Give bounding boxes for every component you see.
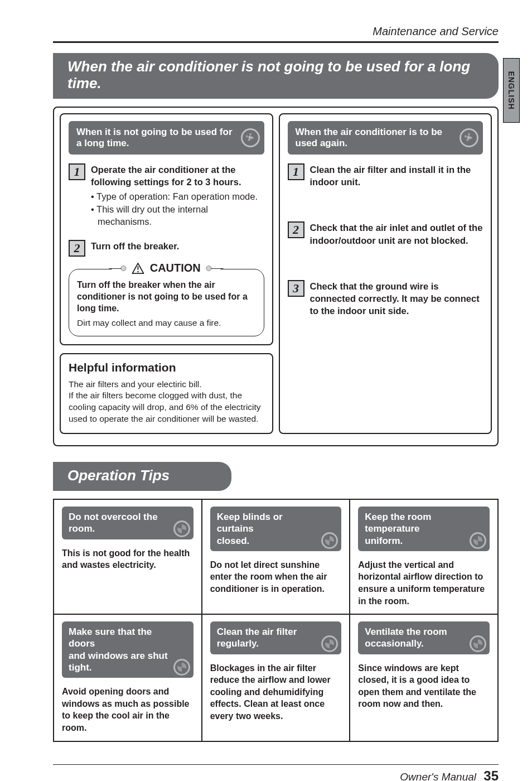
tip-head-text: Keep blinds or curtains closed.: [217, 511, 318, 547]
language-tab: ENGLISH: [503, 58, 520, 123]
step-number: 2: [69, 240, 85, 257]
tip-body-uniform: Adjust the vertical and horizontal airfl…: [358, 559, 490, 607]
caution-note: Dirt may collect and may cause a fire.: [77, 318, 256, 328]
fan-icon: [470, 635, 486, 652]
tip-body-overcool: This is not good for the health and wast…: [62, 547, 194, 571]
footer: Owner's Manual 35: [53, 768, 499, 781]
r-step-2-title: Check that the air inlet and outlet of t…: [310, 221, 483, 247]
fan-icon: [460, 128, 478, 147]
language-tab-label: ENGLISH: [507, 71, 516, 109]
r-step-3: 3 Check that the ground wire is connecte…: [288, 280, 483, 317]
section-title-operation-tips: Operation Tips: [53, 462, 231, 491]
operation-tips-table: Do not overcool the room. This is not go…: [53, 499, 499, 742]
fan-icon: [241, 128, 260, 147]
tip-head-doors: Make sure that the doors and windows are…: [62, 621, 194, 678]
section-header: Maintenance and Service: [53, 25, 499, 38]
warning-triangle-icon: [132, 263, 144, 274]
used-again-heading: When the air conditioner is to be used a…: [288, 121, 483, 155]
tip-body-blinds: Do not let direct sunshine enter the roo…: [210, 559, 342, 595]
ornament-dot: [206, 266, 212, 271]
helpful-body: The air filters and your electiric bill.…: [69, 379, 264, 426]
not-used-heading: When it is not going to be used for a lo…: [69, 121, 264, 155]
caution-label: CAUTION: [112, 262, 221, 274]
tip-head-text: Make sure that the doors and windows are…: [69, 626, 170, 673]
tip-body-filter: Blockages in the air filter reduce the a…: [210, 662, 342, 722]
svg-point-1: [137, 271, 139, 272]
r-step-3-title: Check that the ground wire is connected …: [310, 280, 483, 317]
caution-bold: Turn off the breaker when the air condit…: [77, 279, 256, 314]
tip-head-text: Do not overcool the room.: [69, 511, 170, 535]
tip-head-text: Keep the room temperature uniform.: [365, 511, 466, 547]
r-step-1-title: Clean the air filter and install it in t…: [310, 163, 483, 189]
fan-icon: [321, 635, 338, 652]
step-number: 1: [288, 163, 304, 180]
tip-head-text: Ventilate the room occasionally.: [365, 626, 447, 650]
fan-icon: [470, 532, 486, 549]
tip-head-uniform: Keep the room temperature uniform.: [358, 507, 490, 551]
tip-head-overcool: Do not overcool the room.: [62, 507, 194, 539]
step-number: 3: [288, 280, 304, 297]
step-number: 2: [288, 221, 304, 238]
footer-rule: [53, 764, 499, 765]
not-used-box: When it is not going to be used for a lo…: [60, 113, 273, 345]
header-rule: [53, 41, 499, 43]
step-1-title: Operate the air conditioner at the follo…: [91, 163, 264, 189]
long-time-box: When it is not going to be used for a lo…: [53, 107, 499, 446]
section-title-long-time: When the air conditioner is not going to…: [53, 53, 499, 99]
tip-head-text: Clean the air filter regularly.: [217, 626, 318, 650]
footer-page-number: 35: [483, 768, 499, 781]
not-used-heading-text: When it is not going to be used for a lo…: [76, 127, 233, 148]
step-1-bullet-2: This will dry out the internal mechanism…: [91, 203, 264, 228]
used-again-heading-text: When the air conditioner is to be used a…: [296, 127, 443, 148]
r-step-1: 1 Clean the air filter and install it in…: [288, 163, 483, 189]
helpful-info-box: Helpful information The air filters and …: [60, 353, 273, 435]
footer-label: Owner's Manual: [400, 771, 476, 781]
step-1-operate: 1 Operate the air conditioner at the fol…: [69, 163, 264, 228]
tip-body-doors: Avoid opening doors and windows as much …: [62, 686, 194, 734]
helpful-heading: Helpful information: [69, 361, 264, 374]
fan-icon: [173, 520, 190, 537]
step-2-title: Turn off the breaker.: [91, 240, 179, 252]
step-number: 1: [69, 163, 85, 180]
fan-icon: [321, 532, 338, 549]
tip-head-blinds: Keep blinds or curtains closed.: [210, 507, 342, 551]
caution-word: CAUTION: [150, 262, 201, 274]
fan-icon: [173, 659, 190, 676]
step-1-bullet-1: Type of operation: Fan operation mode.: [91, 190, 264, 203]
step-2-breaker: 2 Turn off the breaker.: [69, 240, 264, 257]
r-step-2: 2 Check that the air inlet and outlet of…: [288, 221, 483, 247]
caution-box: CAUTION Turn off the breaker when the ai…: [69, 269, 264, 336]
tip-head-filter: Clean the air filter regularly.: [210, 621, 342, 654]
ornament-dot: [121, 266, 127, 271]
tip-body-ventilate: Since windows are kept closed, it is a g…: [358, 662, 490, 710]
tip-head-ventilate: Ventilate the room occasionally.: [358, 621, 490, 654]
used-again-box: When the air conditioner is to be used a…: [279, 113, 492, 434]
